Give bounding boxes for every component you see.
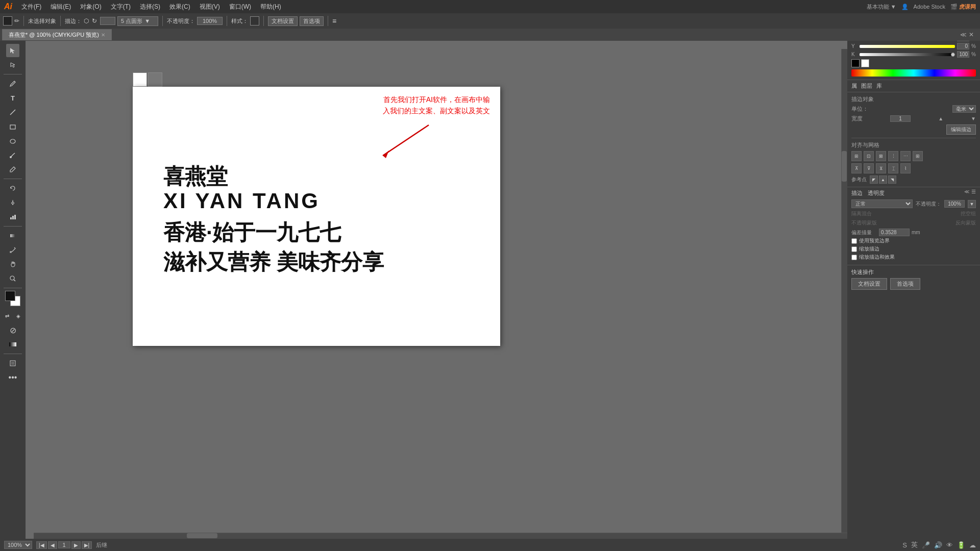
tool-gradient-swatch[interactable] <box>6 338 19 351</box>
menu-edit[interactable]: 编辑(E) <box>46 2 75 12</box>
tool-none[interactable]: ⊘ <box>6 323 19 337</box>
blend-mode-select[interactable]: 正常 <box>851 199 913 208</box>
tool-rotate[interactable] <box>6 182 19 195</box>
menu-help[interactable]: 帮助(H) <box>256 2 285 12</box>
menu-effect[interactable]: 效果(C) <box>165 2 194 12</box>
vertical-scrollbar[interactable] <box>841 49 847 533</box>
trans-collapse-icon[interactable]: ≪ <box>964 189 969 194</box>
tool-hand[interactable] <box>6 258 19 271</box>
edit-stroke-btn[interactable]: 编辑描边 <box>946 124 976 135</box>
tool-more[interactable]: ••• <box>6 371 19 384</box>
pts-selector[interactable]: 5 点圆形 ▼ <box>117 16 158 26</box>
color-black-swatch[interactable] <box>851 59 860 67</box>
flat-val[interactable] <box>879 229 910 236</box>
tool-rect[interactable] <box>6 120 19 133</box>
library-tab[interactable]: 库 <box>876 82 882 90</box>
panel-collapse-icon[interactable]: ≪ <box>960 31 967 38</box>
align-left-icon[interactable]: ⊞ <box>851 151 862 161</box>
quick-doc-settings-btn[interactable]: 文档设置 <box>851 278 887 290</box>
doc-settings-btn[interactable]: 文档设置 <box>268 16 298 26</box>
y-slider[interactable] <box>860 45 955 48</box>
stepper-down[interactable]: ▼ <box>971 116 976 121</box>
distribute-horiz-icon[interactable]: ⋮ <box>888 151 898 161</box>
menu-window[interactable]: 窗口(W) <box>225 2 255 12</box>
foreground-color-swatch[interactable] <box>5 291 15 301</box>
align-middle-icon[interactable]: ⊽ <box>864 163 874 173</box>
align-bottom-icon[interactable]: ⊻ <box>876 163 886 173</box>
k-slider[interactable] <box>860 53 955 56</box>
use-preview-checkbox[interactable] <box>851 238 857 244</box>
ref-tl[interactable]: ◤ <box>870 176 878 184</box>
tool-gradient[interactable] <box>6 229 19 242</box>
svg-line-14 <box>383 125 429 156</box>
stepper-up[interactable]: ▲ <box>938 116 943 121</box>
align-top-icon[interactable]: ⊼ <box>851 163 862 173</box>
reset-colors-icon[interactable]: ◈ <box>14 311 23 320</box>
tool-ellipse[interactable] <box>6 134 19 147</box>
adobe-stock-link[interactable]: Adobe Stock <box>914 4 945 10</box>
color-white-swatch[interactable] <box>861 59 869 67</box>
tool-pen[interactable] <box>6 77 19 90</box>
zoom-select[interactable]: 100% <box>4 541 32 549</box>
opacity-input[interactable] <box>197 17 223 25</box>
page-next-btn[interactable]: ▶ <box>71 541 81 549</box>
tab-main[interactable]: 喜燕堂* @ 100% (CMYK/GPU 预览) ✕ <box>2 29 112 40</box>
menu-view[interactable]: 视图(V) <box>195 2 224 12</box>
quick-preferences-btn[interactable]: 首选项 <box>890 278 920 290</box>
page-last-btn[interactable]: ▶| <box>82 541 92 549</box>
mini-swatch-gray[interactable] <box>148 72 162 87</box>
menu-file[interactable]: 文件(F) <box>17 2 45 12</box>
flat-label: 偏差描量 <box>851 229 877 236</box>
align-center-icon[interactable]: ⊡ <box>864 151 874 161</box>
first-option-btn[interactable]: 首选项 <box>300 16 324 26</box>
opacity-dropdown-btn[interactable]: ▼ <box>968 200 976 208</box>
stroke-color-swatch[interactable] <box>3 16 12 26</box>
unit-select[interactable]: 毫米 <box>952 105 976 113</box>
distribute-top-icon[interactable]: ⌶ <box>888 163 898 173</box>
spread-icon[interactable]: ≡ <box>332 17 336 25</box>
stroke-input[interactable] <box>100 17 115 25</box>
page-num-input[interactable] <box>58 541 70 548</box>
tool-mirror[interactable] <box>6 196 19 209</box>
page-first-btn[interactable]: |◀ <box>36 541 47 549</box>
tool-pencil[interactable] <box>6 163 19 176</box>
spectrum-bar[interactable] <box>851 69 976 77</box>
align-right-icon[interactable]: ⊠ <box>876 151 886 161</box>
distribute-bottom-icon[interactable]: ⌇ <box>900 163 911 173</box>
tool-selection[interactable] <box>6 44 19 57</box>
menu-text[interactable]: 文字(T) <box>107 2 135 12</box>
menu-object[interactable]: 对象(O) <box>76 2 105 12</box>
y-value[interactable] <box>957 43 969 49</box>
trans-menu-icon[interactable]: ☰ <box>971 189 976 194</box>
horizontal-scrollbar[interactable] <box>34 533 847 539</box>
tool-brush[interactable] <box>6 148 19 162</box>
distribute-vert-icon[interactable]: ⋯ <box>900 151 911 161</box>
tab-close-icon[interactable]: ✕ <box>101 32 105 38</box>
tool-eyedropper[interactable] <box>6 243 19 257</box>
mini-swatch-white[interactable] <box>133 72 147 87</box>
k-value[interactable] <box>957 51 969 58</box>
width-input[interactable] <box>890 115 911 122</box>
expand-checkbox[interactable] <box>851 246 857 252</box>
grid-icon[interactable]: ⊞ <box>913 151 923 161</box>
ref-tr[interactable]: ◥ <box>888 176 896 184</box>
tool-artboard[interactable] <box>6 357 19 370</box>
menu-select[interactable]: 选择(S) <box>136 2 164 12</box>
tool-direct-selection[interactable] <box>6 58 19 71</box>
ref-tc[interactable]: ▲ <box>879 176 887 184</box>
opacity-value[interactable] <box>944 200 965 208</box>
tool-text[interactable]: T <box>6 91 19 105</box>
transparency-tab[interactable]: 透明度 <box>868 189 885 197</box>
page-prev-btn[interactable]: ◀ <box>48 541 57 549</box>
swap-colors-icon[interactable]: ⇄ <box>3 311 12 320</box>
tool-line[interactable] <box>6 106 19 119</box>
color-swatches[interactable] <box>5 291 20 306</box>
properties-tab[interactable]: 属 <box>851 82 857 90</box>
panel-close-icon[interactable]: ✕ <box>969 31 974 38</box>
tool-chart[interactable] <box>6 210 19 223</box>
expand-effects-checkbox[interactable] <box>851 255 857 260</box>
stroke-tab[interactable]: 描边 <box>851 189 863 197</box>
tool-zoom[interactable] <box>6 272 19 285</box>
ref-label: 参考点 <box>851 176 867 183</box>
layers-tab[interactable]: 图层 <box>861 82 872 90</box>
